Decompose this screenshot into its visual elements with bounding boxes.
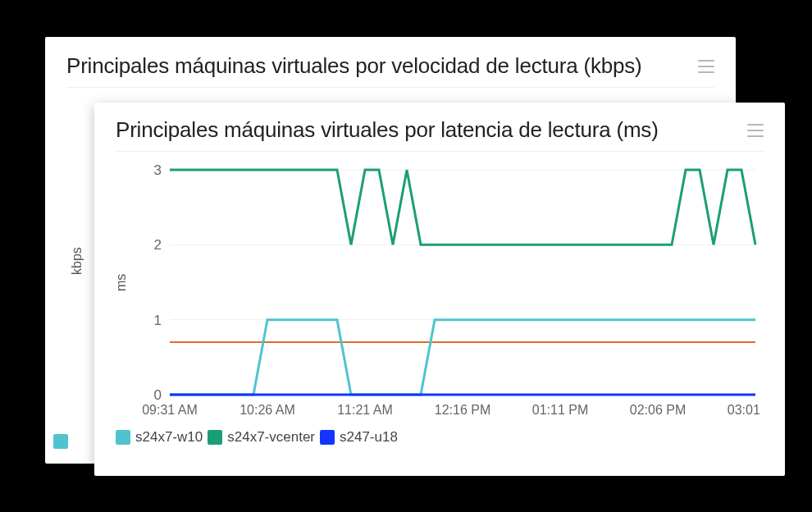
card-header: Principales máquinas virtuales por laten… xyxy=(116,117,764,152)
legend-item[interactable]: s247-u18 xyxy=(320,429,398,446)
chart-legend: s24x7-w10s24x7-vcenters247-u18 xyxy=(116,429,764,446)
legend-item[interactable]: s24x7-vcenter xyxy=(208,429,315,446)
legend-swatch xyxy=(53,434,68,449)
svg-text:02:06 PM: 02:06 PM xyxy=(630,403,686,417)
svg-text:11:21 AM: 11:21 AM xyxy=(337,403,393,417)
card-title: Principales máquinas virtuales por veloc… xyxy=(66,53,642,79)
legend-swatch xyxy=(208,430,222,445)
legend-swatch xyxy=(320,430,335,445)
svg-text:01:11 PM: 01:11 PM xyxy=(532,403,588,417)
svg-text:03:01 PM: 03:01 PM xyxy=(728,403,764,417)
svg-text:3: 3 xyxy=(154,162,162,178)
card-title: Principales máquinas virtuales por laten… xyxy=(116,117,659,143)
line-chart: 012309:31 AM10:26 AM11:21 AM12:16 PM01:1… xyxy=(140,160,764,423)
svg-text:10:26 AM: 10:26 AM xyxy=(239,403,295,417)
hamburger-menu-icon[interactable] xyxy=(747,124,764,137)
chart-plot-area: 012309:31 AM10:26 AM11:21 AM12:16 PM01:1… xyxy=(140,160,788,423)
legend-label: s247-u18 xyxy=(340,429,398,446)
legend-swatch xyxy=(116,430,130,445)
svg-text:12:16 PM: 12:16 PM xyxy=(435,403,490,417)
legend-label: s24x7-vcenter xyxy=(227,429,315,446)
svg-text:1: 1 xyxy=(154,313,162,328)
svg-text:09:31 AM: 09:31 AM xyxy=(142,403,198,417)
svg-text:2: 2 xyxy=(154,237,162,253)
chart-card-read-latency: Principales máquinas virtuales por laten… xyxy=(94,103,785,476)
hamburger-menu-icon[interactable] xyxy=(698,60,714,73)
card-header: Principales máquinas virtuales por veloc… xyxy=(66,53,714,88)
y-axis-label: kbps xyxy=(70,247,84,275)
legend-item[interactable]: s24x7-w10 xyxy=(116,429,203,446)
svg-text:0: 0 xyxy=(154,387,162,403)
legend-label: s24x7-w10 xyxy=(135,429,203,446)
y-axis-label: ms xyxy=(114,274,129,291)
